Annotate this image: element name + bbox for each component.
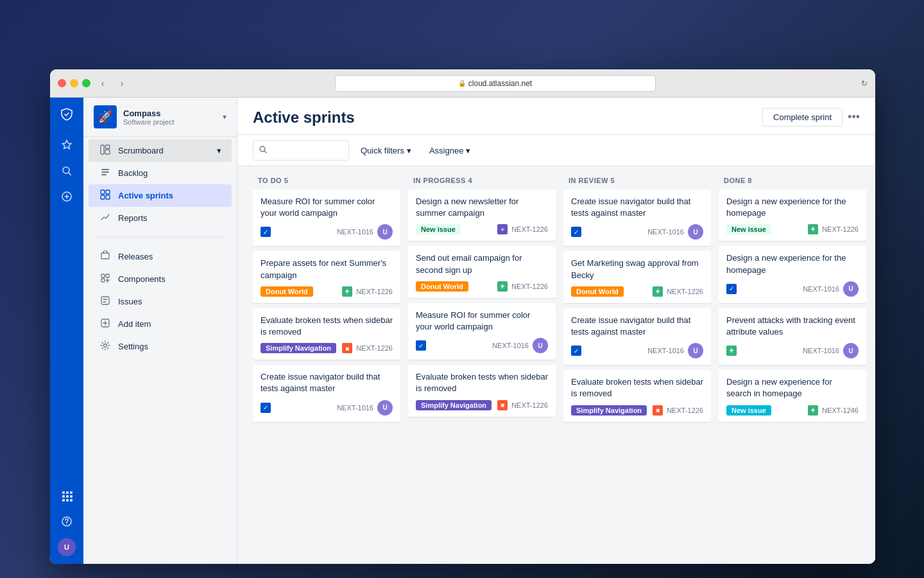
assignee-button[interactable]: Assignee ▾ — [423, 142, 477, 159]
releases-label: Releases — [118, 252, 153, 261]
forward-button[interactable]: › — [115, 76, 129, 91]
nav-create[interactable] — [55, 185, 78, 208]
sidebar-item-releases[interactable]: Releases — [89, 245, 232, 268]
column-inreview-title: IN REVIEW 5 — [569, 177, 615, 184]
add-item-label: Add item — [118, 319, 151, 329]
address-bar[interactable]: 🔒 cloud.atlassian.net — [335, 75, 656, 92]
card-measure-roi[interactable]: Measure ROI for summer color your world … — [253, 189, 400, 246]
card-evaluate-tests-todo[interactable]: Evaluate broken tests when sidebar is re… — [253, 308, 400, 360]
more-options-button[interactable]: ••• — [848, 110, 860, 124]
column-done-cards: Design a new experience for the homepage… — [719, 189, 866, 554]
svg-rect-12 — [101, 195, 105, 199]
checkbox-icon: ✓ — [571, 346, 581, 356]
nav-starred[interactable] — [55, 134, 78, 157]
card-badges: ✓ — [261, 403, 271, 413]
sidebar-item-components[interactable]: Components — [89, 268, 232, 290]
simplify-badge: Simplify Navigation — [261, 343, 336, 353]
back-button[interactable]: ‹ — [96, 76, 110, 91]
sidebar-secondary-section: Releases Components — [83, 243, 237, 360]
sidebar-item-add-item[interactable]: Add item — [89, 313, 232, 335]
minimize-button[interactable] — [70, 79, 78, 87]
atlassian-logo[interactable] — [55, 103, 78, 126]
card-badges: ✓ — [571, 227, 581, 237]
quick-filters-button[interactable]: Quick filters ▾ — [354, 142, 418, 159]
card-title: Send out email campaign for second sign … — [416, 252, 548, 276]
column-inreview-cards: Create issue navigator build that tests … — [563, 189, 711, 554]
column-inreview: IN REVIEW 5 Create issue navigator build… — [563, 177, 711, 554]
card-meta: + NEXT-1226 — [653, 286, 703, 297]
lock-icon: 🔒 — [458, 80, 466, 87]
card-prepare-assets[interactable]: Prepare assets for next Summer's campaig… — [253, 251, 400, 302]
card-new-experience-home[interactable]: Design a new experience for the homepage… — [719, 189, 866, 241]
search-box[interactable] — [253, 140, 349, 161]
card-new-experience-search[interactable]: Design a new experience for search in ho… — [719, 370, 866, 421]
card-create-issue-review[interactable]: Create issue navigator build that tests … — [563, 189, 711, 246]
plus-icon: + — [653, 286, 663, 297]
card-avatar: U — [843, 343, 859, 358]
app-layout: U 🚀 Compass Software project ▾ — [50, 98, 875, 564]
ticket-id: NEXT-1226 — [356, 344, 393, 352]
card-measure-roi-ip[interactable]: Measure ROI for summer color your world … — [408, 303, 556, 360]
reload-button[interactable]: ↻ — [861, 79, 868, 88]
card-evaluate-review[interactable]: Evaluate broken tests when sidebar is re… — [563, 370, 711, 421]
board-toolbar: Quick filters ▾ Assignee ▾ — [237, 135, 875, 166]
card-avatar: U — [533, 338, 548, 353]
sidebar-item-active-sprints[interactable]: Active sprints — [89, 184, 232, 207]
sidebar-item-issues[interactable]: Issues — [89, 290, 232, 313]
nav-avatar[interactable]: U — [55, 536, 78, 559]
svg-rect-14 — [101, 253, 109, 259]
card-meta: ■ NEXT-1226 — [497, 400, 548, 410]
card-badges: + — [726, 346, 737, 356]
card-create-issue-todo[interactable]: Create issue navigator build that tests … — [253, 365, 400, 421]
card-meta: ■ NEXT-1226 — [653, 405, 703, 416]
card-title: Design a new experience for the homepage — [726, 196, 859, 219]
close-button[interactable] — [58, 79, 66, 87]
card-create-issue-review2[interactable]: Create issue navigator build that tests … — [563, 308, 711, 365]
traffic-lights — [58, 79, 90, 87]
card-footer: ✓ NEXT-1016 U — [571, 224, 703, 240]
svg-rect-13 — [106, 195, 110, 199]
sidebar-item-scrumboard[interactable]: Scrumboard ▾ — [89, 139, 232, 162]
ticket-id: NEXT-1226 — [667, 407, 703, 414]
card-footer: Simplify Navigation ■ NEXT-1226 — [416, 400, 548, 410]
column-inprogress-title: IN PROGRESS 4 — [413, 177, 472, 184]
url-text: cloud.atlassian.net — [468, 79, 532, 88]
reports-icon — [99, 212, 112, 224]
nav-help[interactable] — [55, 510, 78, 533]
svg-rect-4 — [101, 145, 104, 154]
card-new-experience-home2[interactable]: Design a new experience for the homepage… — [719, 246, 866, 302]
column-todo: TO DO 5 Measure ROI for summer color you… — [253, 177, 400, 554]
complete-sprint-button[interactable]: Complete sprint — [762, 108, 843, 127]
card-avatar: U — [688, 224, 703, 240]
browser-window: ‹ › 🔒 cloud.atlassian.net ↻ — [50, 69, 875, 564]
svg-rect-9 — [101, 174, 107, 175]
project-header[interactable]: 🚀 Compass Software project ▾ — [83, 98, 237, 137]
issues-icon — [99, 295, 112, 308]
card-marketing-swag[interactable]: Get Marketing swag approval from Becky D… — [563, 251, 711, 302]
card-footer: ✓ NEXT-1016 U — [261, 224, 393, 240]
card-badges: New issue — [726, 405, 771, 416]
nav-apps[interactable] — [55, 484, 78, 507]
sidebar-nav-section: Scrumboard ▾ Backlog — [83, 137, 237, 232]
plus-icon: + — [808, 224, 818, 234]
sidebar-divider — [94, 237, 227, 238]
card-evaluate-ip[interactable]: Evaluate broken tests when sidebar is re… — [408, 365, 556, 416]
sidebar-item-backlog[interactable]: Backlog — [89, 162, 232, 184]
card-title: Design a new experience for search in ho… — [726, 376, 859, 399]
nav-search[interactable] — [55, 159, 78, 182]
column-inprogress-header: IN PROGRESS 4 — [408, 177, 556, 189]
ticket-id: NEXT-1226 — [511, 401, 548, 409]
card-badges: ✓ — [261, 227, 271, 237]
sidebar-item-reports[interactable]: Reports — [89, 207, 232, 229]
card-title: Create issue navigator build that tests … — [261, 371, 393, 394]
red-icon: ■ — [497, 400, 508, 410]
card-send-email[interactable]: Send out email campaign for second sign … — [408, 246, 556, 297]
card-newsletter[interactable]: Design a new newsletter for summer campa… — [408, 189, 556, 241]
ticket-id: NEXT-1246 — [822, 407, 859, 414]
card-prevent-attacks[interactable]: Prevent attacks with tracking event attr… — [719, 308, 866, 365]
ticket-id: NEXT-1016 — [337, 228, 373, 236]
assignee-label: Assignee — [429, 146, 463, 155]
maximize-button[interactable] — [82, 79, 90, 87]
sidebar-item-settings[interactable]: Settings — [89, 335, 232, 358]
column-todo-title: TO DO 5 — [258, 177, 288, 184]
